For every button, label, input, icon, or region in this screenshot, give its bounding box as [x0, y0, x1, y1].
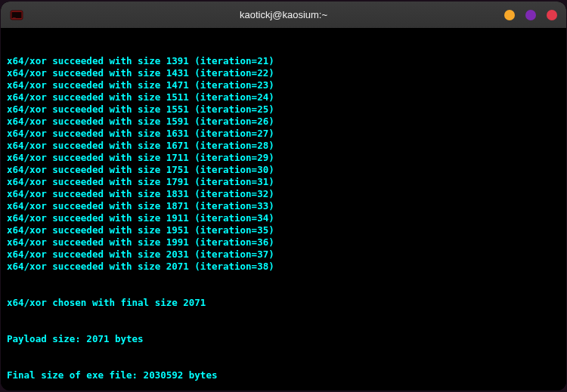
iteration-line: x64/xor succeeded with size 1551 (iterat… [7, 103, 560, 116]
iteration-line: x64/xor succeeded with size 1831 (iterat… [7, 188, 560, 200]
iteration-line: x64/xor succeeded with size 1631 (iterat… [7, 128, 560, 140]
iteration-line: x64/xor succeeded with size 1471 (iterat… [7, 79, 560, 91]
titlebar: _ kaotickj@kaosium:~ [1, 2, 566, 28]
iteration-line: x64/xor succeeded with size 1391 (iterat… [7, 55, 560, 67]
final-size-line: Final size of exe file: 2030592 bytes [7, 369, 560, 381]
iteration-line: x64/xor succeeded with size 1911 (iterat… [7, 212, 560, 224]
iteration-line: x64/xor succeeded with size 1591 (iterat… [7, 116, 560, 128]
chosen-line: x64/xor chosen with final size 2071 [7, 297, 560, 309]
close-button[interactable] [547, 10, 557, 20]
window-title: kaotickj@kaosium:~ [240, 9, 327, 20]
terminal-body[interactable]: x64/xor succeeded with size 1391 (iterat… [1, 28, 566, 390]
iteration-line: x64/xor succeeded with size 1951 (iterat… [7, 224, 560, 236]
iteration-line: x64/xor succeeded with size 1511 (iterat… [7, 91, 560, 103]
iteration-line: x64/xor succeeded with size 2071 (iterat… [7, 261, 560, 273]
terminal-window: _ kaotickj@kaosium:~ x64/xor succeeded w… [1, 2, 566, 390]
iteration-line: x64/xor succeeded with size 1791 (iterat… [7, 176, 560, 188]
app-icon: _ [10, 8, 23, 22]
iteration-line: x64/xor succeeded with size 1431 (iterat… [7, 67, 560, 79]
iteration-line: x64/xor succeeded with size 1871 (iterat… [7, 200, 560, 212]
maximize-button[interactable] [525, 10, 536, 20]
payload-size-line: Payload size: 2071 bytes [7, 333, 560, 345]
window-controls [504, 10, 557, 20]
iteration-line: x64/xor succeeded with size 1751 (iterat… [7, 164, 560, 176]
minimize-button[interactable] [504, 10, 515, 20]
iteration-line: x64/xor succeeded with size 1711 (iterat… [7, 152, 560, 164]
svg-text:_: _ [13, 12, 16, 18]
iteration-line: x64/xor succeeded with size 1991 (iterat… [7, 236, 560, 248]
iteration-line: x64/xor succeeded with size 1671 (iterat… [7, 140, 560, 152]
iteration-line: x64/xor succeeded with size 2031 (iterat… [7, 248, 560, 261]
